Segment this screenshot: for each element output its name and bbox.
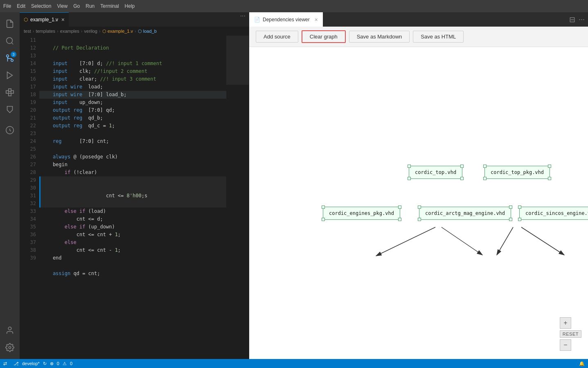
graph-controls: + RESET − — [560, 317, 581, 351]
bottom-bar: ⇄ ⎇ develop* ↻ ⊗ 0 ⚠ 0 🔔 — [0, 359, 588, 368]
code-line-17: input wire load; — [39, 83, 226, 91]
remote-icon[interactable]: ⇄ — [0, 359, 10, 368]
tab-close-button[interactable]: × — [61, 16, 65, 23]
node-cordic-top-pkg-label: cordic_top_pkg.vhd — [491, 169, 544, 175]
menu-terminal[interactable]: Terminal — [100, 3, 119, 9]
graph-node-cordic-top[interactable]: cordic_top.vhd — [409, 166, 462, 179]
graph-node-cordic-engines-pkg[interactable]: cordic_engines_pkg.vhd — [323, 207, 400, 220]
graph-edges-svg — [249, 47, 588, 359]
graph-area[interactable]: cordic_top.vhd cordic_top_pkg.vhd cordic… — [249, 47, 588, 359]
breadcrumb-file[interactable]: ⬡ example_1.v — [102, 29, 133, 34]
code-line-21: output reg qd_b; — [39, 114, 226, 122]
warnings-count: 0 — [70, 361, 72, 366]
breadcrumb-templates[interactable]: templates — [36, 29, 55, 34]
svg-rect-9 — [9, 93, 11, 96]
save-as-markdown-button[interactable]: Save as Markdown — [349, 31, 410, 43]
clear-graph-button[interactable]: Clear graph — [302, 30, 346, 43]
extra-activity-icon[interactable] — [2, 122, 18, 138]
tab-more-button[interactable]: ··· — [237, 12, 249, 27]
code-line-37 — [39, 262, 226, 270]
svg-point-0 — [7, 38, 13, 44]
menu-edit[interactable]: Edit — [17, 3, 25, 9]
accounts-activity-icon[interactable] — [2, 322, 18, 339]
git-branch-label[interactable]: develop* — [22, 361, 40, 366]
menu-help[interactable]: Help — [125, 3, 135, 9]
code-line-30: else if (load) — [39, 208, 226, 215]
dependencies-panel: 📄 Dependencies viewer × ⊟ ··· Add source… — [249, 12, 588, 359]
code-line-24: reg [7:0] cnt; — [39, 138, 226, 145]
zoom-in-button[interactable]: + — [560, 317, 571, 329]
code-line-20: output reg [7:0] qd; — [39, 106, 226, 114]
menu-run[interactable]: Run — [86, 3, 95, 9]
minimap — [226, 36, 249, 359]
code-line-39 — [39, 278, 226, 285]
activity-bar-bottom — [2, 322, 18, 359]
code-line-28: if (!clear) — [39, 169, 226, 176]
code-line-34: else — [39, 239, 226, 246]
sync-icon[interactable]: ↻ — [43, 361, 47, 366]
reset-button[interactable]: RESET — [560, 330, 581, 338]
explorer-icon[interactable] — [2, 16, 18, 32]
node-cordic-arctg-label: cordic_arctg_mag_engine.vhd — [425, 210, 505, 216]
extensions-activity-icon[interactable] — [2, 84, 18, 101]
search-activity-icon[interactable] — [2, 33, 18, 49]
settings-activity-icon[interactable] — [2, 339, 18, 356]
graph-node-cordic-arctg[interactable]: cordic_arctg_mag_engine.vhd — [419, 207, 511, 220]
menu-bar[interactable]: File Edit Selection View Go Run Terminal… — [3, 3, 135, 9]
code-line-25 — [39, 145, 226, 153]
code-content[interactable]: // Port Declaration input [7:0] d; //! i… — [39, 36, 226, 359]
breadcrumb: test › templates › examples › verilog › … — [20, 27, 249, 36]
code-line-16: input clear; //! input 3 comment — [39, 75, 226, 83]
code-line-38: assign qd = cnt; — [39, 270, 226, 278]
panel-tab-bar: 📄 Dependencies viewer × ⊟ ··· — [249, 12, 588, 27]
svg-line-16 — [497, 227, 513, 255]
breadcrumb-test[interactable]: test — [24, 29, 31, 34]
warnings-icon[interactable]: ⚠ — [63, 361, 67, 366]
dependencies-tab-close[interactable]: × — [315, 16, 318, 23]
node-cordic-top-label: cordic_top.vhd — [415, 169, 456, 175]
menu-go[interactable]: Go — [73, 3, 80, 9]
menu-view[interactable]: View — [57, 3, 68, 9]
dependencies-tab[interactable]: 📄 Dependencies viewer × — [249, 12, 323, 27]
code-line-13 — [39, 52, 226, 60]
run-debug-icon[interactable] — [2, 67, 18, 84]
split-editor-icon[interactable]: ⊟ — [569, 15, 575, 24]
graph-node-cordic-top-pkg[interactable]: cordic_top_pkg.vhd — [484, 166, 550, 179]
svg-line-14 — [376, 227, 435, 256]
breadcrumb-verilog[interactable]: verilog — [84, 29, 97, 34]
breadcrumb-symbol[interactable]: ⬡ load_b — [138, 29, 157, 34]
bottom-bar-left: ⇄ ⎇ develop* ↻ ⊗ 0 ⚠ 0 — [3, 359, 72, 368]
dependencies-tab-label: Dependencies viewer — [263, 17, 310, 23]
code-line-32: else if (up_down) — [39, 223, 226, 231]
code-line-33: cnt <= cnt + 1; — [39, 231, 226, 239]
svg-point-3 — [7, 55, 9, 57]
dependencies-tab-icon: 📄 — [254, 17, 260, 23]
errors-icon[interactable]: ⊗ — [50, 361, 54, 366]
code-line-35: cnt <= cnt - 1; — [39, 246, 226, 254]
code-editor[interactable]: 11 12 13 14 15 16 17 18 19 20 21 22 23 2… — [20, 36, 249, 359]
svg-marker-5 — [7, 72, 13, 79]
menu-file[interactable]: File — [3, 3, 11, 9]
zoom-out-button[interactable]: − — [560, 339, 571, 351]
save-as-html-button[interactable]: Save as HTML — [413, 31, 464, 43]
graph-node-cordic-sincos[interactable]: cordic_sincos_engine.vhd — [519, 207, 588, 220]
code-line-15: input clk; //!input 2 comment — [39, 68, 226, 75]
title-bar: File Edit Selection View Go Run Terminal… — [0, 0, 588, 12]
test-activity-icon[interactable] — [2, 102, 18, 118]
line-numbers: 11 12 13 14 15 16 17 18 19 20 21 22 23 2… — [20, 36, 39, 359]
panel-toolbar: Add source Clear graph Save as Markdown … — [249, 27, 588, 47]
code-line-36: end — [39, 254, 226, 262]
menu-selection[interactable]: Selection — [31, 3, 51, 9]
add-source-button[interactable]: Add source — [256, 31, 298, 43]
editor-tab-example[interactable]: ⬡ example_1.v × — [20, 12, 69, 27]
panel-more-icon[interactable]: ··· — [579, 15, 585, 24]
svg-line-17 — [521, 227, 564, 255]
code-line-11 — [39, 36, 226, 44]
errors-count: 0 — [57, 361, 59, 366]
minimap-slider[interactable] — [226, 36, 249, 85]
breadcrumb-examples[interactable]: examples — [60, 29, 79, 34]
source-control-activity-icon[interactable]: 3 — [2, 50, 18, 66]
code-line-23 — [39, 130, 226, 138]
code-line-27: begin — [39, 161, 226, 169]
notifications-icon[interactable]: 🔔 — [579, 361, 585, 366]
